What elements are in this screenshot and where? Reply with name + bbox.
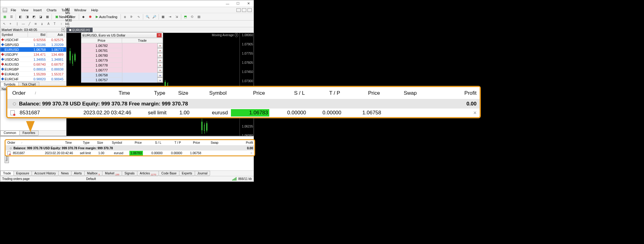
terminal-tab-news[interactable]: News [58,171,71,176]
market-watch-row[interactable]: EURUSD1.067581.06777 [0,47,66,52]
menu-insert[interactable]: Insert [31,8,44,13]
col-swap[interactable]: Swap [383,90,420,96]
order-dialog-close-icon[interactable]: × [157,33,162,37]
trendline-icon[interactable]: ╱ [27,21,32,27]
nav-tab-common[interactable]: Common [0,131,20,136]
tf-h1[interactable]: H1 [65,22,72,26]
small-order-row[interactable]: 8531687 2023.02.20 03:42:46 sell limit 1… [6,151,254,155]
sell-caret-icon[interactable]: ▾ [157,68,163,73]
crosshair-icon[interactable]: + [8,21,13,27]
col-size[interactable]: Size [168,90,191,96]
buy-caret-icon[interactable]: ▴ [157,78,163,82]
chart-area[interactable]: EURUSD,H1 Moving Average × 1.08060 1.079… [67,27,254,136]
maximize-button[interactable]: ☐ [233,1,243,7]
terminal-icon[interactable]: ◪ [37,14,44,20]
terminal-tab-account-history[interactable]: Account History [32,171,59,176]
menu-help[interactable]: Help [89,8,101,13]
fibo-icon[interactable]: ⫌ [39,21,44,27]
market-watch-row[interactable]: EURGBP0.888160.88838 [0,67,66,72]
col-sl[interactable]: S / L [143,141,163,144]
menu-view[interactable]: View [19,8,31,13]
col-time[interactable]: Time [38,90,133,96]
hline-icon[interactable]: — [21,21,26,27]
buy-caret-icon[interactable]: ▴ [157,73,163,78]
dom-price[interactable]: 1.06782 [81,43,122,48]
col-order[interactable]: Order [7,90,32,96]
col-type[interactable]: Type [73,141,91,144]
market-watch-row[interactable]: USDCHF0.925560.92575 [0,37,66,42]
periods-icon[interactable]: ⏲ [189,14,195,20]
col-price2[interactable]: Price [182,141,201,144]
terminal-tab-exposure[interactable]: Exposure [13,171,32,176]
tile-icon[interactable]: ▦ [160,14,166,20]
sell-caret-icon[interactable]: ▾ [157,43,163,48]
expert-icon[interactable]: ⬣ [87,14,93,20]
col-swap[interactable]: Swap [201,141,220,144]
templates-icon[interactable]: ▤ [196,14,202,20]
mw-col-symbol[interactable]: Symbol [0,32,28,37]
dom-price[interactable]: 1.06777 [81,68,122,73]
col-time[interactable]: Time [23,141,73,144]
autoscroll-icon[interactable]: ⇲ [174,14,180,20]
close-button[interactable]: ✕ [243,1,254,7]
col-tp[interactable]: T / P [163,141,182,144]
shift-icon[interactable]: ⇥ [167,14,173,20]
zoom-out-icon[interactable]: 🔎 [151,14,157,20]
indicators-icon[interactable]: ⬒ [182,14,189,20]
strategy-tester-icon[interactable]: ▦ [44,14,50,20]
sell-caret-icon[interactable]: ▾ [157,58,163,63]
vline-icon[interactable]: | [14,21,20,27]
mdi-minimize-icon[interactable] [236,8,241,12]
dom-price[interactable]: 1.06780 [81,53,122,58]
terminal-tab-mailbox[interactable]: Mailbox 5 [84,171,103,176]
terminal-tab-signals[interactable]: Signals [122,171,137,176]
tf-m1[interactable]: M1 [65,7,72,11]
chart-tab-eurusd[interactable]: EURUSD,H1 [67,28,93,32]
sell-caret-icon[interactable]: ▾ [157,48,163,53]
dom-price[interactable]: 1.06781 [81,48,122,53]
mw-col-ask[interactable]: Ask [47,32,65,37]
profiles-icon[interactable]: ☰ [8,14,14,20]
col-profit[interactable]: Profit [220,141,254,144]
market-watch-row[interactable]: EURCHF0.988200.98845 [0,77,66,82]
new-chart-icon[interactable]: ▦ [2,14,8,20]
close-order-icon[interactable]: × [473,110,477,116]
line-chart-icon[interactable]: ∿ [136,14,142,20]
market-watch-row[interactable]: GBPUSD1.201861.20209 [0,42,66,47]
candle-chart-icon[interactable]: ⊪ [129,14,135,20]
cursor-icon[interactable]: ↖ [2,21,7,27]
metaquotes-icon[interactable]: ◆ [80,14,86,20]
sell-caret-icon[interactable]: ▾ [157,53,163,58]
terminal-tab-alerts[interactable]: Alerts [71,171,85,176]
market-watch-row[interactable]: EURAUD1.552891.55317 [0,72,66,77]
autotrading-button[interactable]: ▶ AutoTrading [94,14,119,20]
sell-caret-icon[interactable]: ▾ [157,63,163,68]
channel-icon[interactable]: ≋ [33,21,38,27]
terminal-tab-articles[interactable]: Articles 1270 [137,171,159,176]
navigator-icon[interactable]: ◩ [31,14,37,20]
terminal-tab-market[interactable]: Market 199 [102,171,122,176]
mw-col-bid[interactable]: Bid [28,32,47,37]
bar-chart-icon[interactable]: ⫼ [122,14,128,20]
menu-file[interactable]: File [8,8,19,13]
market-watch-close-icon[interactable]: × [61,28,65,32]
terminal-tab-journal[interactable]: Journal [195,171,210,176]
close-order-icon[interactable]: × [251,151,252,155]
dom-price[interactable]: 1.06778 [81,63,122,68]
terminal-tab-code-base[interactable]: Code Base [159,171,179,176]
arrows-icon[interactable]: ↕ [59,21,64,27]
col-price2[interactable]: Price [343,90,383,96]
col-price[interactable]: Price [123,141,143,144]
zoom-in-icon[interactable]: 🔍 [144,14,151,20]
tf-m5[interactable]: M5 [65,11,72,15]
mdi-close-icon[interactable] [247,8,252,12]
col-size[interactable]: Size [91,141,104,144]
callout-order-row[interactable]: 8531687 2023.02.20 03:42:46 sell limit 1… [7,109,480,117]
col-profit[interactable]: Profit [420,90,480,96]
data-window-icon[interactable]: ◨ [24,14,30,20]
market-watch-icon[interactable]: ◧ [17,14,23,20]
dom-price[interactable]: 1.06779 [81,58,122,63]
col-symbol[interactable]: Symbol [191,90,230,96]
menu-charts[interactable]: Charts [44,8,59,13]
col-order[interactable]: Order [6,141,20,144]
